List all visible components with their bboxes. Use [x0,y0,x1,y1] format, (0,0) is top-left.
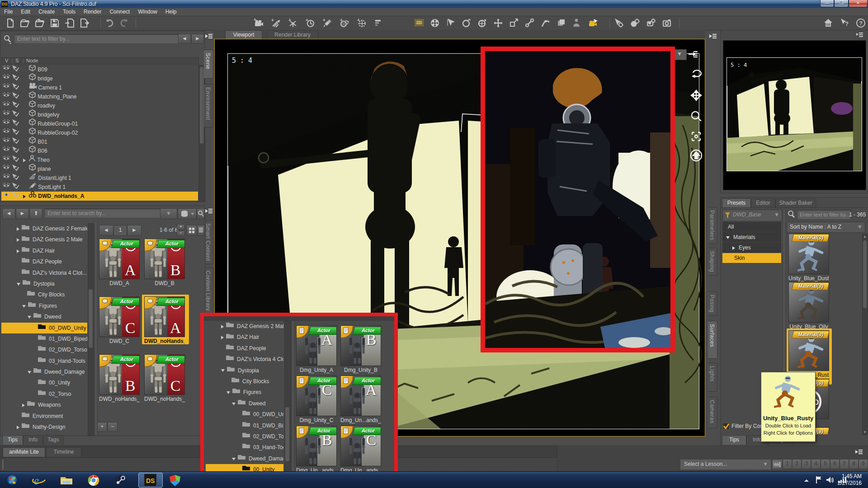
presets-sort-dropdown[interactable]: Sort by Name : A to Z ▼ [787,222,865,233]
library-folder-row[interactable]: 01_DWD_Biped [1,333,87,344]
asset-thumbnail[interactable]: ActorDWDADWD_noHands_A [144,296,185,344]
material-thumbnail[interactable]: Material(s)Unity_Blue_Oily [788,282,829,330]
selectable-cursor-icon[interactable] [11,92,22,101]
library-db-button[interactable] [178,208,197,219]
library-splitter[interactable] [94,223,98,435]
tab-smart-content[interactable]: Smart Content [204,220,213,264]
save-file-icon[interactable] [49,18,60,28]
library-tree-scrollbar[interactable] [88,223,94,436]
scene-pane-menu-icon[interactable] [204,32,214,42]
scene-forward-button[interactable]: ► [191,34,204,44]
tab-editor[interactable]: Editor [751,198,775,208]
new-primitive-icon[interactable]: + [339,18,350,28]
library-search-input[interactable]: Enter text to search by... [44,208,162,218]
page-prev-button[interactable]: ◄ [99,225,113,236]
tab-presets[interactable]: Presets [722,198,751,208]
sphere-settings-icon[interactable] [629,18,640,28]
scene-node-row[interactable]: DWD_noHands_A [1,192,198,201]
tab-shader-baker[interactable]: Shader Baker [775,198,816,208]
selectable-cursor-icon[interactable] [11,65,22,74]
library-folder-row[interactable]: 02_Torso [1,389,87,399]
internet-explorer-icon[interactable]: e [31,474,48,487]
library-up-button[interactable]: ⬆ [29,208,42,219]
whats-this-icon[interactable]: ? [839,18,850,28]
joint-editor-icon[interactable] [540,18,551,28]
popup-folder-row[interactable]: 01_DWD_Biped [206,420,283,431]
selectable-cursor-icon[interactable] [11,83,22,92]
asset-thumbnail[interactable]: ActorADmg_Unity_A [296,325,337,373]
steam-icon[interactable] [112,474,129,487]
new-spotlight-icon[interactable]: + [322,18,333,28]
visibility-eye-icon[interactable] [1,110,11,119]
global-view-icon[interactable] [429,18,440,28]
grid-snap-icon[interactable] [414,18,425,28]
node-select-icon[interactable] [445,18,456,28]
grid-view-button[interactable] [186,225,197,236]
tab-posing[interactable]: Posing [708,291,717,316]
library-forward-button[interactable]: ► [16,208,29,219]
timeline-handle[interactable] [1,459,5,470]
rotate-tool-icon[interactable] [461,18,472,28]
library-search-dropdown[interactable]: ▼ [160,208,177,219]
popup-folder-row[interactable]: DAZ Hair [206,332,283,343]
lesson-number-8[interactable]: 8 [849,459,859,469]
lesson-number-5[interactable]: 5 [821,459,830,469]
aux-viewport-canvas[interactable]: 5 : 4 [723,40,866,190]
asset-thumbnail[interactable]: ActorCDmg_Un...ands_C [340,426,381,474]
lesson-film-icon[interactable] [772,459,783,470]
right-dock-menu-icon[interactable] [708,32,718,42]
tab-shaping[interactable]: Shaping [708,248,717,276]
asset-thumbnail[interactable]: ActorDWDCDWD_noHands_C [144,354,185,402]
minimize-button[interactable]: — [820,0,834,7]
tab-viewport[interactable]: Viewport [225,30,262,40]
render-settings-icon[interactable] [646,18,656,28]
lesson-number-1[interactable]: 1 [783,459,792,469]
lesson-number-2[interactable]: 2 [792,459,802,469]
bone-tool-icon[interactable] [524,18,535,28]
scene-node-row[interactable]: DistantLight 1 [1,174,198,183]
popup-folder-row[interactable]: City Blocks [206,376,283,387]
presets-filter-dropdown[interactable]: DWD_Base ▼ [722,210,782,221]
selectable-cursor-icon[interactable] [11,101,22,110]
library-pane-menu-icon[interactable] [204,207,214,217]
visibility-eye-icon[interactable] [1,164,11,174]
tab-tags[interactable]: Tags [43,435,64,445]
visibility-eye-icon[interactable] [1,174,11,183]
library-folder-row[interactable]: DAZ People [1,256,87,267]
scene-node-row[interactable]: bridge [1,74,198,83]
scale-tool-icon[interactable] [509,18,519,28]
selectable-cursor-icon[interactable] [11,146,22,155]
library-folder-row[interactable]: Figures [1,300,87,311]
popup-folder-row[interactable]: DAZ Genesis 2 Male [206,321,283,332]
tab-info[interactable]: Info [23,435,43,445]
visibility-eye-icon[interactable] [1,137,11,146]
menu-help[interactable]: Help [161,8,181,15]
tab-parameters[interactable]: Parameters [708,207,717,244]
orbit-tool-icon[interactable] [477,18,488,28]
import-file-icon[interactable] [64,18,75,28]
new-ghost-light-icon[interactable]: + [305,18,316,28]
tab-scene[interactable]: Scene [204,50,213,79]
tab-timeline[interactable]: Timeline [46,447,81,457]
tab-render-library[interactable]: Render Library [267,30,318,40]
menu-edit[interactable]: Edit [17,8,34,15]
help-icon[interactable]: ? [855,18,866,28]
camera-select-icon[interactable] [588,18,599,28]
library-folder-row[interactable]: DAZ Genesis 2 Female [1,223,87,234]
presets-search-input[interactable]: Enter text to filter by... [797,210,851,220]
asset-thumbnail[interactable]: ActorDWDCDWD_C [99,296,140,344]
menu-create[interactable]: Create [34,8,59,15]
visibility-eye-icon[interactable] [1,146,11,155]
lesson-number-9[interactable]: 9 [859,459,868,469]
visibility-eye-icon[interactable] [1,101,11,110]
lesson-number-3[interactable]: 3 [802,459,811,469]
asset-thumbnail[interactable]: ActorDWDBDWD_B [144,239,185,286]
library-folder-row[interactable]: Dweed_Damage [1,366,87,377]
popup-folder-row[interactable]: Dweed_Damage [206,453,283,464]
asset-thumbnail[interactable]: ActorADmg_Un...ands_A [340,375,381,423]
category-skin[interactable]: Skin [722,253,781,263]
start-button[interactable] [4,474,21,487]
selectable-cursor-icon[interactable] [11,137,22,146]
selectable-cursor-icon[interactable] [11,164,22,174]
popup-tree-scrollbar[interactable] [284,321,291,479]
